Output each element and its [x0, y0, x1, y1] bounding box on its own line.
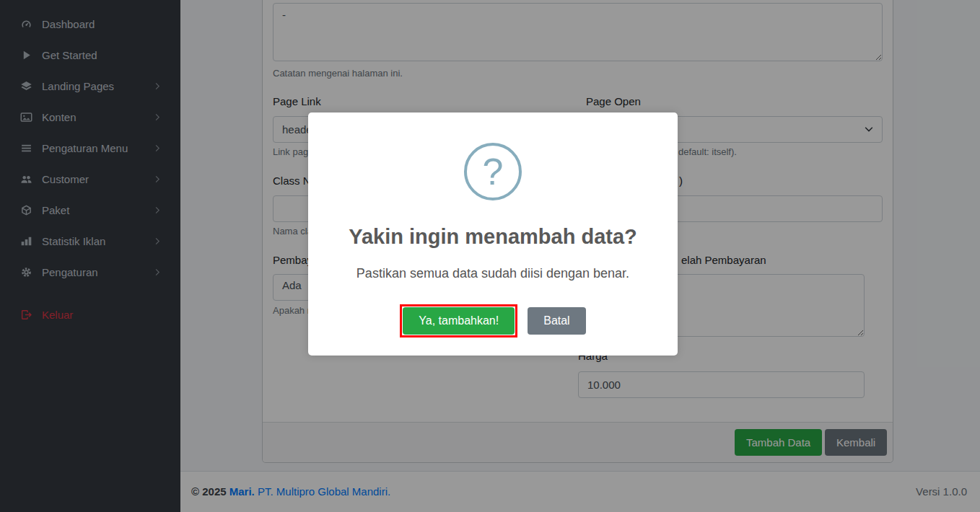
cancel-button[interactable]: Batal	[528, 307, 585, 335]
question-icon: ?	[464, 143, 522, 200]
dialog-actions: Ya, tambahkan! Batal	[308, 304, 678, 337]
question-mark-glyph: ?	[483, 153, 504, 190]
dialog-title: Yakin ingin menambah data?	[308, 225, 678, 249]
confirm-button[interactable]: Ya, tambahkan!	[403, 307, 515, 335]
confirm-dialog: ? Yakin ingin menambah data? Pastikan se…	[308, 112, 678, 356]
click-highlight-box: Ya, tambahkan!	[400, 304, 517, 337]
screen: Dashboard Get Started Landing Pages	[0, 0, 980, 512]
dialog-text: Pastikan semua data sudah diisi dengan b…	[308, 266, 678, 281]
